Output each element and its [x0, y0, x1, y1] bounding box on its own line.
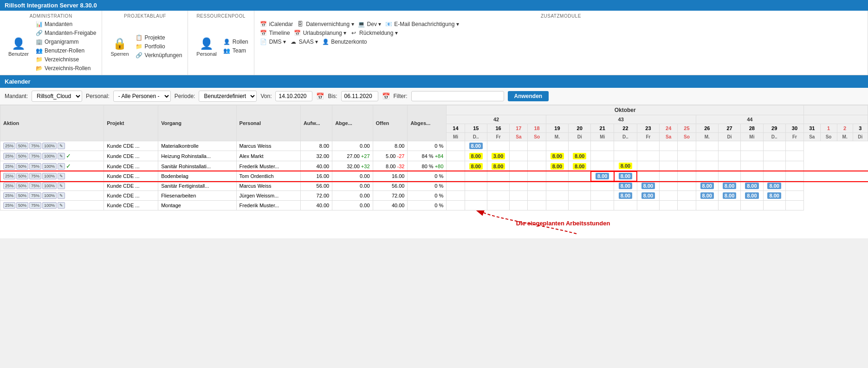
mandanten-freigabe-link[interactable]: 🔗 Mandanten-Freigabe [35, 29, 96, 37]
btn-75pct[interactable]: 75% [29, 143, 41, 149]
dayname-17: Sa [510, 133, 528, 141]
btn-100pct[interactable]: 100% [42, 143, 57, 149]
btn-50pct[interactable]: 50% [16, 143, 28, 149]
actions-cell: 25% 50% 75% 100% ✎ [0, 201, 104, 210]
saas-link[interactable]: ☁ SAAS ▾ [290, 38, 318, 46]
month-oktober: Oktober [447, 105, 804, 115]
bis-input[interactable] [341, 91, 378, 101]
verzeichnis-rollen-link[interactable]: 📂 Verzeichnis-Rollen [35, 65, 96, 72]
btn-50pct[interactable]: 50% [16, 192, 28, 199]
verzeichnisse-link[interactable]: 📁 Verzeichnisse [35, 56, 96, 63]
cal-25 [678, 161, 696, 171]
rollen-link[interactable]: 👤 Rollen [223, 38, 248, 46]
datenvernichtung-link[interactable]: 🗄 Datenvernichtung ▾ [297, 20, 354, 28]
kalender-title: Kalender [5, 78, 31, 85]
periode-select[interactable]: Benutzerdefiniert [199, 91, 257, 102]
btn-25pct[interactable]: 25% [3, 143, 15, 149]
btn-edit[interactable]: ✎ [58, 143, 65, 149]
cal-18 [528, 141, 546, 151]
btn-100pct[interactable]: 100% [42, 173, 57, 179]
cal-25 [678, 151, 696, 161]
mandanten-link[interactable]: 📊 Mandanten [35, 20, 96, 28]
mandant-select[interactable]: Rillsoft_Cloud [32, 91, 82, 102]
btn-50pct[interactable]: 50% [16, 173, 28, 179]
btn-75pct[interactable]: 75% [29, 202, 41, 209]
btn-50pct[interactable]: 50% [16, 183, 28, 189]
actions-cell: 25% 50% 75% 100% ✎ ✓ [0, 161, 104, 171]
day-01: 1 [820, 124, 837, 133]
dev-link[interactable]: 💻 Dev ▾ [358, 20, 382, 28]
projekt-cell: Kunde CDE ... [104, 191, 158, 201]
actions-cell: 25% 50% 75% 100% ✎ [0, 191, 104, 201]
verknuepfungen-link[interactable]: 🔗 Verknüpfungen [136, 52, 182, 59]
btn-100pct[interactable]: 100% [42, 153, 57, 159]
btn-100pct[interactable]: 100% [42, 202, 57, 209]
personal-cell: Jürgen Weissm... [236, 191, 300, 201]
benutzer-rollen-link[interactable]: 👥 Benutzer-Rollen [35, 47, 96, 54]
btn-edit[interactable]: ✎ [58, 183, 65, 189]
abge-cell: 0.00 [332, 201, 373, 210]
btn-25pct[interactable]: 25% [3, 153, 15, 159]
abges-cell: 0 % [408, 191, 447, 201]
mandant-label: Mandant: [5, 93, 28, 99]
btn-50pct[interactable]: 50% [16, 163, 28, 170]
benutzer-button[interactable]: 👤 Benutzer [6, 35, 32, 58]
bis-calendar-icon[interactable]: 📅 [382, 92, 390, 100]
cal-23: 8.00 [637, 181, 659, 191]
dms-link[interactable]: 📄 DMS ▾ [260, 38, 286, 46]
btn-25pct[interactable]: 25% [3, 183, 15, 189]
organigramm-link[interactable]: 🏢 Organigramm [35, 38, 96, 46]
btn-edit[interactable]: ✎ [58, 153, 65, 159]
day-28: 28 [741, 124, 763, 133]
btn-edit[interactable]: ✎ [58, 202, 65, 209]
projekte-link[interactable]: 📋 Projekte [136, 34, 182, 41]
btn-25pct[interactable]: 25% [3, 202, 15, 209]
icalendar-link[interactable]: 📅 iCalendar [260, 20, 293, 28]
btn-100pct[interactable]: 100% [42, 192, 57, 199]
app-title-bar: Rillsoft Integration Server 8.30.0 [0, 0, 868, 11]
zusatzmodule-content: 📅 iCalendar 🗄 Datenvernichtung ▾ 💻 Dev ▾… [260, 20, 862, 46]
email-link[interactable]: 📧 E-Mail Benachrichtigung ▾ [385, 20, 459, 28]
personal-button[interactable]: 👤 Personal [194, 35, 219, 58]
cal-27 [718, 201, 740, 210]
portfolio-link[interactable]: 📁 Portfolio [136, 43, 182, 50]
abge-cell: 32.00 +32 [332, 161, 373, 171]
von-input[interactable] [275, 91, 312, 101]
dayname-25: So [678, 133, 696, 141]
administration-content: 👤 Benutzer 📊 Mandanten 🔗 Mandanten-Freig… [6, 20, 96, 72]
btn-50pct[interactable]: 50% [16, 202, 28, 209]
abges-cell: 84 % +84 [408, 151, 447, 161]
table-row: 25% 50% 75% 100% ✎ Kunde CDE ... Fliesen… [0, 191, 868, 201]
btn-50pct[interactable]: 50% [16, 153, 28, 159]
urlaubsplanung-link[interactable]: 📅 Urlaubsplanung ▾ [294, 29, 346, 37]
btn-75pct[interactable]: 75% [29, 192, 41, 199]
filter-input[interactable] [411, 91, 504, 101]
btn-100pct[interactable]: 100% [42, 183, 57, 189]
btn-25pct[interactable]: 25% [3, 163, 15, 170]
sperren-button[interactable]: 🔒 Sperren [108, 35, 131, 58]
team-link[interactable]: 👥 Team [223, 47, 248, 54]
cal-15 [465, 171, 487, 181]
btn-100pct[interactable]: 100% [42, 163, 57, 170]
btn-75pct[interactable]: 75% [29, 173, 41, 179]
cal-23: 8.00 [637, 191, 659, 201]
benutzerkonto-link[interactable]: 👤 Benutzerkonto [322, 38, 367, 46]
rueckmeldung-link[interactable]: ↩ Rückmeldung ▾ [350, 29, 398, 37]
btn-edit[interactable]: ✎ [58, 192, 65, 199]
btn-edit[interactable]: ✎ [58, 173, 65, 179]
action-buttons-group: 25% 50% 75% 100% ✎ [3, 173, 101, 179]
apply-button[interactable]: Anwenden [508, 91, 549, 101]
btn-25pct[interactable]: 25% [3, 192, 15, 199]
day-20: 20 [569, 124, 591, 133]
von-calendar-icon[interactable]: 📅 [316, 92, 324, 100]
cal-25 [678, 191, 696, 201]
btn-75pct[interactable]: 75% [29, 183, 41, 189]
personal-select[interactable]: - Alle Personen - [113, 91, 171, 102]
btn-25pct[interactable]: 25% [3, 173, 15, 179]
btn-edit[interactable]: ✎ [58, 163, 65, 170]
btn-75pct[interactable]: 75% [29, 153, 41, 159]
cal-30 [785, 161, 803, 171]
cal-20 [569, 191, 591, 201]
btn-75pct[interactable]: 75% [29, 163, 41, 170]
timeline-link[interactable]: 📅 Timeline [260, 29, 290, 37]
